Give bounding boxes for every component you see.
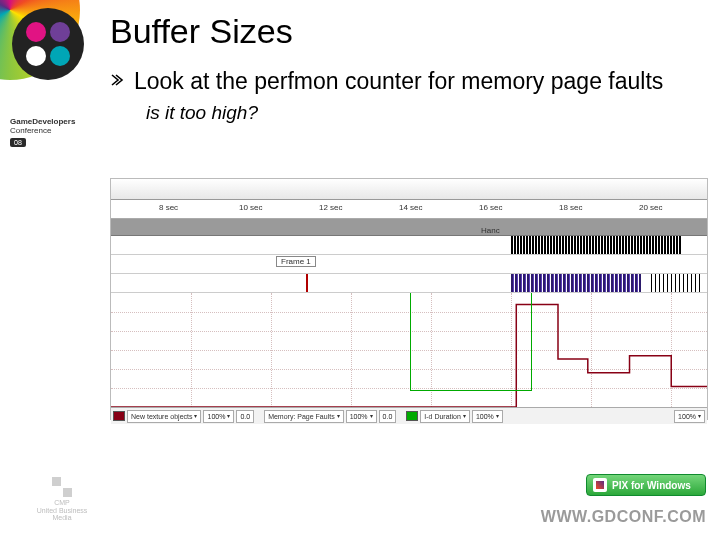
perfmon-chart-area	[111, 293, 707, 407]
ruler-tick: 12 sec	[319, 203, 343, 212]
playhead-line-icon	[306, 274, 308, 292]
pix-for-windows-button[interactable]: PIX for Windows	[586, 474, 706, 496]
slide-title: Buffer Sizes	[110, 12, 706, 51]
perfmon-controls-bar[interactable]: New texture objects▾ 100%▾ 0.0 Memory: P…	[111, 407, 707, 424]
perfmon-frame-lane: Frame 1	[111, 255, 707, 274]
petal-icon	[50, 22, 70, 42]
pct-selector[interactable]: 100%▾	[674, 410, 705, 423]
bullet-1: Look at the perfmon counter for memory p…	[110, 67, 706, 96]
value-readout: 0.0	[379, 410, 397, 423]
chevron-bullet-icon	[110, 73, 124, 87]
petal-icon	[26, 22, 46, 42]
ruler-tick: 18 sec	[559, 203, 583, 212]
gdc-clover-logo	[12, 8, 84, 80]
pct-selector[interactable]: 100%▾	[203, 410, 234, 423]
series-swatch-green[interactable]	[406, 411, 418, 421]
pix-icon	[593, 478, 607, 492]
sub-bullet-1: is it too high?	[146, 102, 706, 124]
bullet-1-text: Look at the perfmon counter for memory p…	[134, 67, 663, 96]
event-bars-icon	[511, 236, 681, 254]
conf-year-badge: 08	[10, 138, 26, 148]
cmp-logo: CMP United Business Media	[32, 477, 92, 522]
petal-icon	[26, 46, 46, 66]
perfmon-event-lane-2	[111, 274, 707, 293]
series-swatch-red[interactable]	[113, 411, 125, 421]
perfmon-screenshot: 8 sec 10 sec 12 sec 14 sec 16 sec 18 sec…	[110, 178, 708, 420]
series-selector[interactable]: New texture objects▾	[127, 410, 201, 423]
cmp-squares-icon	[52, 477, 72, 497]
ruler-tick: 10 sec	[239, 203, 263, 212]
perfmon-event-lane-1: Hanc	[111, 236, 707, 255]
chevron-down-icon: ▾	[194, 411, 197, 422]
ruler-tick: 8 sec	[159, 203, 178, 212]
event-bars-icon	[651, 274, 701, 292]
series-selector[interactable]: I-d Duration▾	[420, 410, 470, 423]
chevron-down-icon: ▾	[227, 411, 230, 422]
gdconf-url: WWW.GDCONF.COM	[541, 508, 706, 526]
chevron-down-icon: ▾	[370, 411, 373, 422]
frame-marker: Frame 1	[276, 256, 316, 267]
slide-footer: CMP United Business Media PIX for Window…	[0, 462, 720, 540]
slide-body: Buffer Sizes Look at the perfmon counter…	[110, 12, 706, 124]
conf-line2: Conference	[10, 127, 96, 136]
chevron-down-icon: ▾	[496, 411, 499, 422]
pct-selector[interactable]: 100%▾	[346, 410, 377, 423]
brand-corner	[0, 0, 100, 180]
pct-selector[interactable]: 100%▾	[472, 410, 503, 423]
value-readout: 0.0	[236, 410, 254, 423]
petal-icon	[50, 46, 70, 66]
series-selector[interactable]: Memory: Page Faults▾	[264, 410, 344, 423]
perfmon-time-ruler: 8 sec 10 sec 12 sec 14 sec 16 sec 18 sec…	[111, 200, 707, 219]
ruler-tick: 20 sec	[639, 203, 663, 212]
cmp-text-1: CMP	[32, 499, 92, 507]
event-bars-icon	[511, 274, 641, 292]
pix-label: PIX for Windows	[612, 480, 691, 491]
ruler-tick: 16 sec	[479, 203, 503, 212]
ruler-tick: 14 sec	[399, 203, 423, 212]
conference-label: GameDevelopers Conference 08	[10, 118, 96, 147]
cmp-text-2: United Business Media	[32, 507, 92, 522]
mem-page-faults-line	[111, 293, 707, 407]
perfmon-lane-header	[111, 219, 707, 236]
perfmon-toolbar	[111, 179, 707, 200]
chevron-down-icon: ▾	[698, 411, 701, 422]
chevron-down-icon: ▾	[463, 411, 466, 422]
hanc-label: Hanc	[481, 226, 500, 235]
chevron-down-icon: ▾	[337, 411, 340, 422]
